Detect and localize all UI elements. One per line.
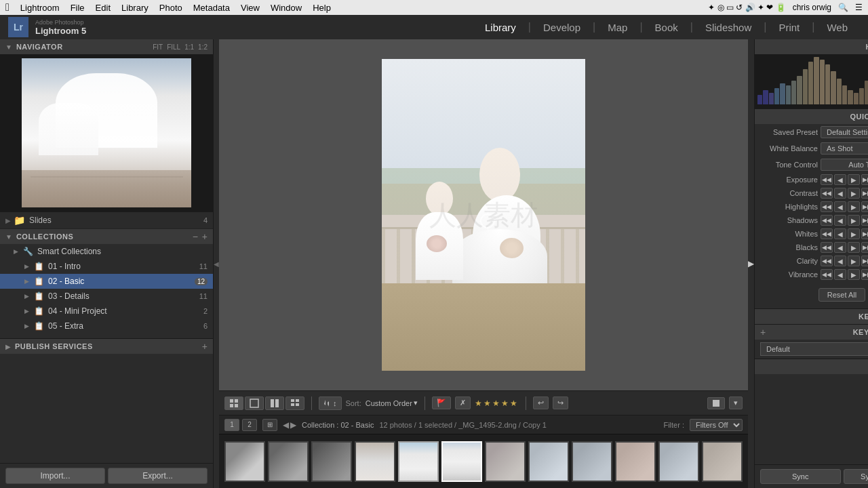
rotate-ccw-button[interactable]: ↪ xyxy=(553,396,568,409)
search-icon[interactable]: 🔍 xyxy=(838,3,848,12)
survey-view-button[interactable] xyxy=(285,396,304,410)
navigator-header[interactable]: ▼ Navigator FIT FILL 1:1 1:2 xyxy=(0,39,213,54)
flag-rejected-button[interactable]: ✗ xyxy=(455,396,471,409)
main-photo[interactable]: 人人素材 xyxy=(382,59,585,371)
nav-next-arrow[interactable]: ▶ xyxy=(290,420,296,430)
highlights-inc[interactable]: ▶ xyxy=(848,201,860,212)
film-thumb-6[interactable] xyxy=(441,441,482,482)
highlights-inc-large[interactable]: ▶▶ xyxy=(861,201,868,212)
whites-inc[interactable]: ▶ xyxy=(848,228,860,239)
film-thumb-2[interactable] xyxy=(268,441,309,482)
loupe-view-button[interactable] xyxy=(245,396,264,410)
keyword-list-plus[interactable]: + xyxy=(760,327,766,338)
menu-lightroom[interactable]: Lightroom xyxy=(20,3,60,13)
grid-small-btn[interactable]: ⊞ xyxy=(262,419,277,431)
collection-item-mini[interactable]: ▶ 📋 04 - Mini Project 2 xyxy=(0,304,213,319)
menu-file[interactable]: File xyxy=(71,3,85,13)
contrast-dec[interactable]: ◀ xyxy=(834,188,846,199)
smart-collections-item[interactable]: ▶ 🔧 Smart Collections xyxy=(0,244,213,259)
collection-item-details[interactable]: ▶ 📋 03 - Details 11 xyxy=(0,289,213,304)
rating-stars[interactable]: ★★★★★ xyxy=(475,399,519,408)
film-thumb-12[interactable] xyxy=(702,441,743,482)
collection-item-extra[interactable]: ▶ 📋 05 - Extra 6 xyxy=(0,319,213,333)
keywording-header[interactable]: Keywording ◀ xyxy=(755,309,868,324)
menu-edit[interactable]: Edit xyxy=(96,3,111,13)
sync-settings-button[interactable]: Sync Settings xyxy=(844,469,869,484)
clarity-inc[interactable]: ▶ xyxy=(848,256,860,266)
shadows-dec[interactable]: ◀ xyxy=(834,215,846,226)
publish-services-header[interactable]: ▶ Publish Services + xyxy=(0,339,213,354)
exposure-dec-large[interactable]: ◀◀ xyxy=(821,174,833,185)
tab-develop[interactable]: Develop xyxy=(531,18,593,37)
film-thumb-7[interactable] xyxy=(485,441,526,482)
clarity-inc-large[interactable]: ▶▶ xyxy=(861,256,868,266)
highlights-dec-large[interactable]: ◀◀ xyxy=(821,201,833,212)
blacks-dec-large[interactable]: ◀◀ xyxy=(821,242,833,253)
import-button[interactable]: Import... xyxy=(5,468,105,484)
keyword-list-select[interactable]: Default xyxy=(760,342,868,356)
clarity-dec-large[interactable]: ◀◀ xyxy=(821,256,833,266)
reset-all-button[interactable]: Reset All xyxy=(818,288,865,302)
white-balance-select[interactable]: As Shot Auto Daylight Cloudy Shade Tungs… xyxy=(821,142,868,155)
fit-option-1to2[interactable]: 1:2 xyxy=(198,43,208,51)
menu-photo[interactable]: Photo xyxy=(159,3,182,13)
exposure-inc-large[interactable]: ▶▶ xyxy=(861,174,868,185)
thumbnail-size-small[interactable] xyxy=(707,397,725,409)
shadows-dec-large[interactable]: ◀◀ xyxy=(821,215,833,226)
metadata-header[interactable]: Metadata ◀ xyxy=(755,359,868,374)
collections-plus[interactable]: + xyxy=(202,231,208,242)
film-thumb-8[interactable] xyxy=(528,441,569,482)
menu-help[interactable]: Help xyxy=(313,3,331,13)
right-panel-collapse[interactable]: ▶ xyxy=(748,39,754,488)
quick-develop-header[interactable]: Quick Develop ▾ xyxy=(755,109,868,124)
tab-slideshow[interactable]: Slideshow xyxy=(693,18,764,37)
shadows-inc-large[interactable]: ▶▶ xyxy=(861,215,868,226)
contrast-dec-large[interactable]: ◀◀ xyxy=(821,188,833,199)
keyword-list-header[interactable]: + Keyword List ◀ xyxy=(755,325,868,340)
filter-dropdown[interactable]: Filters Off Rated Flagged xyxy=(690,419,743,431)
film-thumb-9[interactable] xyxy=(572,441,612,482)
sort-direction-button[interactable]: ↕ xyxy=(319,396,342,410)
clarity-dec[interactable]: ◀ xyxy=(834,256,846,266)
saved-preset-select[interactable]: Default Settings Custom xyxy=(821,126,868,138)
sort-value-dropdown[interactable]: Custom Order ▾ xyxy=(366,399,418,407)
shadows-inc[interactable]: ▶ xyxy=(848,215,860,226)
tab-book[interactable]: Book xyxy=(643,18,690,37)
fit-option-fit[interactable]: FIT xyxy=(153,43,163,51)
film-thumb-4[interactable] xyxy=(355,441,395,482)
collection-item-basic[interactable]: ▶ 📋 02 - Basic 12 xyxy=(0,274,213,289)
blacks-inc[interactable]: ▶ xyxy=(848,242,860,253)
film-thumb-11[interactable] xyxy=(658,441,699,482)
tab-print[interactable]: Print xyxy=(766,18,812,37)
auto-tone-button[interactable]: Auto Tone xyxy=(821,159,868,171)
blacks-inc-large[interactable]: ▶▶ xyxy=(861,242,868,253)
fit-option-1to1[interactable]: 1:1 xyxy=(184,43,194,51)
collection-item-intro[interactable]: ▶ 📋 01 - Intro 11 xyxy=(0,259,213,274)
histogram-header[interactable]: Histogram ◀ xyxy=(755,39,868,54)
filmstrip-toggle[interactable]: ▾ xyxy=(729,396,743,409)
export-button[interactable]: Export... xyxy=(108,468,208,484)
collections-minus[interactable]: − xyxy=(193,231,198,242)
nav-prev-arrow[interactable]: ◀ xyxy=(283,420,289,430)
apple-menu[interactable]:  xyxy=(5,1,9,14)
film-thumb-3[interactable] xyxy=(311,441,352,482)
contrast-inc-large[interactable]: ▶▶ xyxy=(861,188,868,199)
menu-view[interactable]: View xyxy=(241,3,260,13)
menu-window[interactable]: Window xyxy=(271,3,302,13)
film-thumb-1[interactable] xyxy=(224,441,265,482)
exposure-inc[interactable]: ▶ xyxy=(848,174,860,185)
film-thumb-10[interactable] xyxy=(615,441,656,482)
compare-view-button[interactable] xyxy=(265,396,284,410)
vibrance-inc-large[interactable]: ▶▶ xyxy=(861,269,868,280)
exposure-dec[interactable]: ◀ xyxy=(834,174,846,185)
contrast-inc[interactable]: ▶ xyxy=(848,188,860,199)
sync-button[interactable]: Sync xyxy=(760,469,841,484)
vibrance-dec[interactable]: ◀ xyxy=(834,269,846,280)
blacks-dec[interactable]: ◀ xyxy=(834,242,846,253)
whites-dec[interactable]: ◀ xyxy=(834,228,846,239)
flag-unflagged-button[interactable]: 🚩 xyxy=(432,396,451,409)
tab-library[interactable]: Library xyxy=(473,18,528,37)
menu-library[interactable]: Library xyxy=(121,3,149,13)
slides-row[interactable]: ▶ 📁 Slides 4 xyxy=(0,212,213,229)
whites-dec-large[interactable]: ◀◀ xyxy=(821,228,833,239)
